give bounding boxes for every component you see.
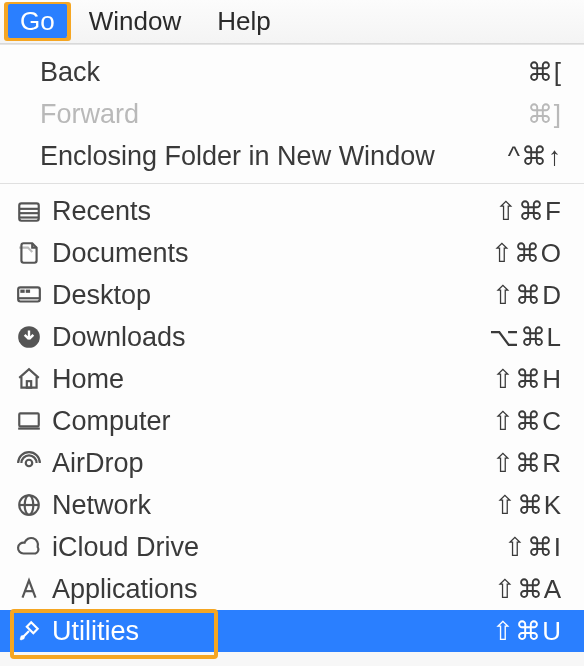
menu-separator <box>0 183 584 184</box>
menu-item-recents[interactable]: Recents ⇧⌘F <box>0 190 584 232</box>
menu-label: Enclosing Folder in New Window <box>40 141 500 172</box>
menu-item-computer[interactable]: Computer ⇧⌘C <box>0 400 584 442</box>
menubar: Go Window Help <box>0 0 584 44</box>
svg-rect-5 <box>20 290 24 293</box>
menu-label: Forward <box>40 99 519 130</box>
menu-shortcut: ⇧⌘C <box>492 406 562 437</box>
svg-rect-10 <box>19 413 39 426</box>
menu-shortcut: ⇧⌘K <box>494 490 562 521</box>
menu-label: Back <box>40 57 519 88</box>
menu-label: AirDrop <box>52 448 484 479</box>
menu-item-desktop[interactable]: Desktop ⇧⌘D <box>0 274 584 316</box>
svg-rect-4 <box>18 287 40 301</box>
menu-item-downloads[interactable]: Downloads ⌥⌘L <box>0 316 584 358</box>
svg-point-12 <box>26 460 33 467</box>
home-icon <box>14 364 44 394</box>
menu-shortcut: ⇧⌘R <box>492 448 562 479</box>
applications-icon <box>14 574 44 604</box>
menu-label: Recents <box>52 196 487 227</box>
menu-item-documents[interactable]: Documents ⇧⌘O <box>0 232 584 274</box>
menu-label: Network <box>52 490 486 521</box>
computer-icon <box>14 406 44 436</box>
menu-label: Computer <box>52 406 484 437</box>
menu-label: Utilities <box>52 616 484 647</box>
recents-icon <box>14 196 44 226</box>
menu-item-enclosing-folder[interactable]: Enclosing Folder in New Window ^⌘↑ <box>0 135 584 177</box>
menu-shortcut: ⇧⌘I <box>504 532 562 563</box>
airdrop-icon <box>14 448 44 478</box>
utilities-icon <box>14 616 44 646</box>
svg-rect-6 <box>26 290 30 293</box>
menu-item-applications[interactable]: Applications ⇧⌘A <box>0 568 584 610</box>
menu-label: iCloud Drive <box>52 532 496 563</box>
menu-label: Desktop <box>52 280 484 311</box>
downloads-icon <box>14 322 44 352</box>
documents-icon <box>14 238 44 268</box>
menu-shortcut: ⇧⌘A <box>494 574 562 605</box>
menu-label: Documents <box>52 238 483 269</box>
menu-label: Applications <box>52 574 486 605</box>
menu-shortcut: ⌥⌘L <box>489 322 562 353</box>
menu-shortcut: ⇧⌘D <box>492 280 562 311</box>
cloud-icon <box>14 532 44 562</box>
menu-shortcut: ⇧⌘O <box>491 238 562 269</box>
menu-shortcut: ⇧⌘H <box>492 364 562 395</box>
menu-shortcut: ⇧⌘F <box>495 196 562 227</box>
highlight-go: Go <box>4 2 71 41</box>
menubar-item-go[interactable]: Go <box>8 4 67 38</box>
menu-item-home[interactable]: Home ⇧⌘H <box>0 358 584 400</box>
menu-item-icloud-drive[interactable]: iCloud Drive ⇧⌘I <box>0 526 584 568</box>
menu-shortcut: ⇧⌘U <box>492 616 562 647</box>
menubar-item-window[interactable]: Window <box>71 2 199 41</box>
menu-shortcut: ⌘[ <box>527 57 562 88</box>
menu-label: Home <box>52 364 484 395</box>
menu-item-back[interactable]: Back ⌘[ <box>0 51 584 93</box>
menu-shortcut: ^⌘↑ <box>508 141 562 172</box>
menu-item-utilities[interactable]: Utilities ⇧⌘U <box>0 610 584 652</box>
network-icon <box>14 490 44 520</box>
menubar-item-help[interactable]: Help <box>199 2 288 41</box>
menu-item-forward: Forward ⌘] <box>0 93 584 135</box>
svg-rect-9 <box>27 381 31 388</box>
svg-point-17 <box>20 635 24 639</box>
menu-item-network[interactable]: Network ⇧⌘K <box>0 484 584 526</box>
desktop-icon <box>14 280 44 310</box>
menu-shortcut: ⌘] <box>527 99 562 130</box>
menu-item-airdrop[interactable]: AirDrop ⇧⌘R <box>0 442 584 484</box>
menu-label: Downloads <box>52 322 481 353</box>
go-menu-dropdown: Back ⌘[ Forward ⌘] Enclosing Folder in N… <box>0 44 584 652</box>
